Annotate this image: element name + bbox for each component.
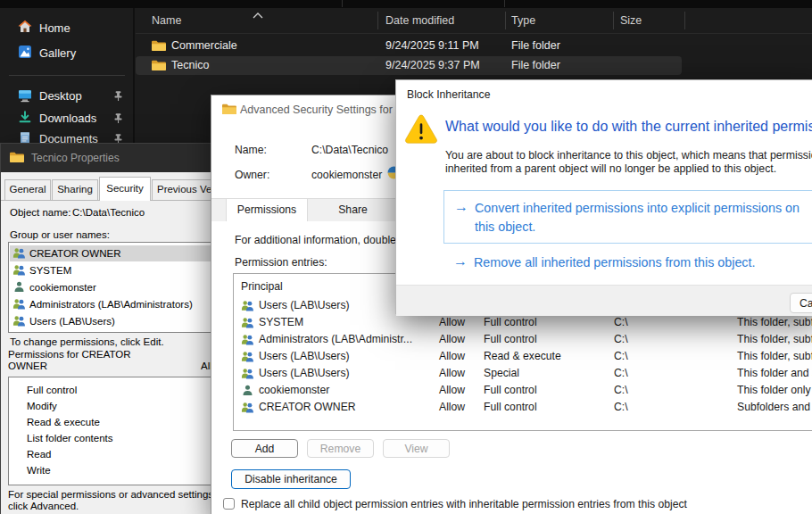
cell-access: Full control <box>484 401 537 413</box>
view-button[interactable]: View <box>383 439 450 458</box>
column-divider[interactable] <box>505 12 506 29</box>
list-item-cookiemonster[interactable]: cookiemonster <box>10 279 211 295</box>
groups-label: Group or user names: <box>10 229 110 240</box>
sidebar-item-home[interactable]: Home <box>0 15 133 40</box>
table-row[interactable]: cookiemonster Allow Full control C:\ Thi… <box>235 382 812 399</box>
column-header-name[interactable]: Name <box>152 14 181 27</box>
file-row-commerciale[interactable]: Commerciale 9/24/2025 9:11 PM File folde… <box>136 37 682 55</box>
owner-value: cookiemonster <box>311 169 382 181</box>
permission-item[interactable]: Read & execute <box>27 417 100 427</box>
cell-inherited-from: C:\ <box>614 316 628 328</box>
group-icon <box>12 298 26 311</box>
user-icon <box>13 281 25 294</box>
advanced-hint-line1: For special permissions or advanced sett… <box>8 489 211 500</box>
group-icon <box>241 402 254 416</box>
group-icon <box>241 300 254 314</box>
folder-icon <box>152 59 166 75</box>
folder-icon <box>152 39 166 55</box>
group-icon <box>241 351 254 365</box>
permissions-for-label-line2: OWNER <box>8 361 47 371</box>
cell-principal: Users (LAB\Users) <box>259 350 350 362</box>
column-header-type[interactable]: Type <box>511 14 535 27</box>
sidebar-item-label: Home <box>39 21 70 35</box>
cell-access: Full control <box>484 316 537 328</box>
cell-principal: cookiemonster <box>259 384 329 396</box>
cell-type: Allow <box>439 350 465 362</box>
cell-access: Read & execute <box>484 350 561 362</box>
permission-item[interactable]: Write <box>27 465 51 476</box>
permission-item[interactable]: Full control <box>27 385 77 395</box>
table-row[interactable]: Users (LAB\Users) Allow Special C:\ This… <box>235 365 812 382</box>
list-item-users[interactable]: Users (LAB\Users) <box>10 313 211 329</box>
sidebar-item-desktop[interactable]: Desktop <box>0 84 133 107</box>
group-name: cookiemonster <box>29 282 96 293</box>
cell-type: Allow <box>439 401 465 413</box>
remove-button[interactable]: Remove <box>307 439 374 458</box>
cell-applies-to: This folder, subfolders and files <box>737 333 812 345</box>
header-underline <box>136 33 812 34</box>
table-row[interactable]: SYSTEM Allow Full control C:\ This folde… <box>235 314 812 331</box>
file-row-tecnico-selected[interactable]: Tecnico 9/24/2025 9:37 PM File folder <box>136 56 682 75</box>
permission-entries-label: Permission entries: <box>235 256 327 269</box>
column-divider[interactable] <box>684 12 685 29</box>
user-icon <box>242 385 253 399</box>
group-icon <box>12 315 26 328</box>
cell-applies-to: This folder, subfolders and files <box>737 350 812 362</box>
sidebar-item-downloads[interactable]: Downloads <box>0 106 133 129</box>
cell-principal: Administrators (LAB\Administr... <box>259 333 412 345</box>
cell-access: Special <box>484 367 519 379</box>
block-dialog-footer: Cancel <box>396 285 812 316</box>
col-principal[interactable]: Principal <box>241 280 283 293</box>
add-button[interactable]: Add <box>231 439 298 458</box>
home-icon <box>18 20 32 37</box>
remove-permissions-option[interactable]: → Remove all inherited permissions from … <box>443 250 812 271</box>
convert-option-line2: this object. <box>475 220 535 234</box>
table-row[interactable]: Users (LAB\Users) Allow Read & execute C… <box>235 348 812 365</box>
convert-permissions-option[interactable]: → Convert inherited permissions into exp… <box>443 190 812 244</box>
tab-sharing[interactable]: Sharing <box>52 179 98 201</box>
tab-permissions[interactable]: Permissions <box>226 199 308 221</box>
group-name: Users (LAB\Users) <box>29 316 115 327</box>
cell-access: Full control <box>484 384 537 396</box>
file-type: File folder <box>511 39 560 52</box>
permissions-listbox: Full control Modify Read & execute List … <box>8 377 211 485</box>
file-name: Commerciale <box>171 39 237 52</box>
column-header-date[interactable]: Date modified <box>385 14 454 27</box>
list-item-system[interactable]: SYSTEM <box>10 262 211 278</box>
permission-item[interactable]: Read <box>27 449 52 460</box>
cell-principal: Users (LAB\Users) <box>259 299 350 311</box>
tab-general[interactable]: General <box>4 179 51 201</box>
sort-ascending-chevron-icon <box>253 6 263 22</box>
advanced-hint-line2: click Advanced. <box>8 501 79 511</box>
cancel-button[interactable]: Cancel <box>790 293 812 313</box>
explorer-top-separator <box>342 0 343 7</box>
list-item-creator-owner[interactable]: CREATOR OWNER <box>10 245 211 261</box>
tab-security[interactable]: Security <box>99 177 151 201</box>
cell-principal: Users (LAB\Users) <box>259 367 350 379</box>
group-icon <box>12 247 26 261</box>
pin-icon[interactable] <box>112 89 124 105</box>
group-name: SYSTEM <box>29 265 71 276</box>
replace-permissions-checkbox[interactable] <box>223 498 235 510</box>
object-name-label: Object name: <box>10 207 70 218</box>
sidebar-item-gallery[interactable]: Gallery <box>0 40 133 65</box>
permission-item[interactable]: Modify <box>27 401 57 411</box>
tab-previous-versions[interactable]: Previous Versions <box>152 179 211 201</box>
warning-icon <box>404 113 438 148</box>
sidebar-item-label: Desktop <box>39 89 82 103</box>
sidebar-divider <box>9 75 125 76</box>
table-row[interactable]: CREATOR OWNER Allow Full control C:\ Sub… <box>235 399 812 416</box>
column-header-size[interactable]: Size <box>620 14 642 27</box>
disable-inheritance-button[interactable]: Disable inheritance <box>231 469 351 489</box>
tab-share[interactable]: Share <box>309 199 397 221</box>
file-date: 9/24/2025 9:11 PM <box>385 39 479 52</box>
cell-inherited-from: C:\ <box>614 333 628 345</box>
table-row[interactable]: Administrators (LAB\Administr... Allow F… <box>235 331 812 348</box>
column-divider[interactable] <box>377 12 378 29</box>
column-divider[interactable] <box>613 12 614 29</box>
list-item-administrators[interactable]: Administrators (LAB\Administrators) <box>10 296 211 312</box>
permission-item[interactable]: List folder contents <box>27 433 113 444</box>
file-name: Tecnico <box>171 59 209 71</box>
block-dialog-body-line1: You are about to block inheritance to th… <box>445 149 812 162</box>
pin-icon[interactable] <box>112 112 124 128</box>
